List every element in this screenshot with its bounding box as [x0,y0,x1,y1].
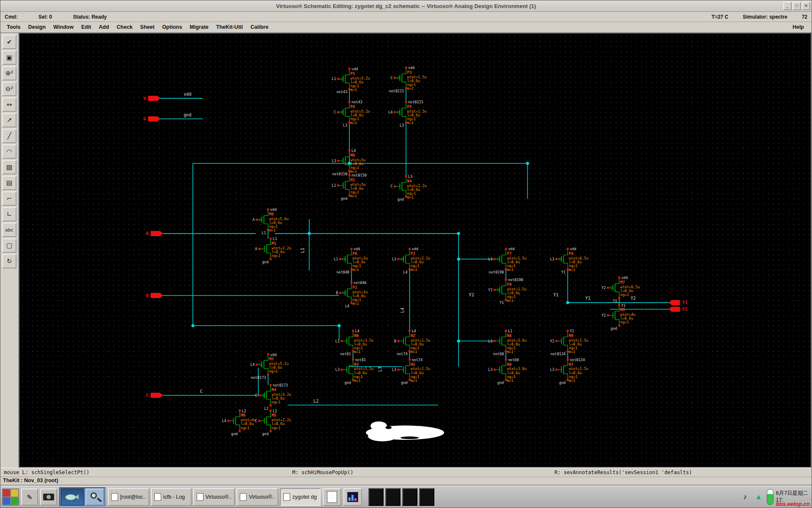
plot-button[interactable]: ▤ [2,176,16,190]
menu-design[interactable]: Design [24,23,49,31]
mos-drain-pin[interactable] [348,149,351,152]
iconified-window-chart[interactable] [343,488,362,506]
save-button[interactable]: ▣ [2,50,16,65]
mos-source-pin[interactable] [618,297,620,299]
schematic-svg[interactable]: vddP5wtot=5.2ul=0.6ung=1m=1L1net43vddP3w… [20,34,811,467]
mos-drain-pin[interactable] [405,175,407,177]
task-button[interactable]: Virtuoso®.. [193,488,235,506]
mos-gate-pin[interactable] [494,258,496,260]
menu-window[interactable]: Window [49,23,77,31]
mos-drain-pin[interactable] [567,359,569,361]
magnifier-button[interactable] [85,489,104,505]
mos-gate-pin[interactable] [397,340,399,342]
maximize-button[interactable]: □ [793,2,801,10]
menu-options[interactable]: Options [158,23,186,31]
mos-gate-pin[interactable] [494,340,496,342]
menu-help[interactable]: Help [787,23,809,31]
mos-gate-pin[interactable] [256,219,258,221]
port-symbol-b[interactable] [151,293,163,298]
mos-gate-pin[interactable] [256,364,258,366]
mos-drain-pin[interactable] [505,248,507,250]
mos-drain-pin[interactable] [239,410,241,412]
menu-calibre[interactable]: Calibre [247,23,272,31]
minimized-window-button[interactable] [402,488,417,506]
zoom-in-2x-button[interactable]: ⊕² [2,66,16,80]
workspace-pager-icon[interactable] [2,489,19,505]
workspace-3[interactable] [3,497,11,505]
mos-gate-pin[interactable] [555,340,557,342]
mos-gate-pin[interactable] [258,394,261,396]
mos-gate-pin[interactable] [340,340,343,342]
mos-gate-pin[interactable] [394,185,396,188]
mos-gate-pin[interactable] [555,258,557,260]
mos-drain-pin[interactable] [409,359,411,361]
menu-migrate[interactable]: Migrate [186,23,212,31]
stretch-button[interactable]: ↔ [2,97,16,112]
mos-gate-pin[interactable] [607,287,609,289]
mos-drain-pin[interactable] [267,208,269,210]
mos-gate-pin[interactable] [555,369,557,371]
mos-drain-pin[interactable] [352,330,354,332]
schematic-canvas[interactable]: vddP5wtot=5.2ul=0.6ung=1m=1L1net43vddP3w… [19,33,812,468]
label-button[interactable]: abc [2,223,16,237]
bird-icon[interactable]: ▲ [753,491,764,503]
menu-thekit-util[interactable]: TheKit-Util [212,23,247,31]
task-button[interactable]: Virtuoso®.. [236,488,278,506]
camera-icon[interactable] [40,489,57,505]
mos-drain-pin[interactable] [348,68,351,70]
workspace-4[interactable] [11,497,19,505]
sound-icon[interactable]: ♪ [740,491,751,503]
port-symbol-c[interactable] [151,393,163,398]
mos-gate-pin[interactable] [394,77,396,79]
mos-drain-pin[interactable] [567,248,569,250]
mos-drain-pin[interactable] [409,330,411,332]
workspace-2[interactable] [11,489,19,497]
mos-gate-pin[interactable] [258,420,261,422]
workspace-1[interactable] [3,489,11,497]
menu-edit[interactable]: Edit [77,23,95,31]
task-button[interactable]: [root@loc.. [108,488,149,506]
menu-tools[interactable]: Tools [3,23,24,31]
route-bend-right-button[interactable]: ∟ [2,207,16,221]
mos-drain-pin[interactable] [267,353,269,356]
port-symbol-v[interactable] [148,96,160,101]
mos-drain-pin[interactable] [618,276,620,279]
mos-drain-pin[interactable] [409,248,411,250]
mos-gate-pin[interactable] [339,292,341,294]
title-bar[interactable]: Virtuoso® Schematic Editing: zygotet dg_… [0,0,812,12]
mos-gate-pin[interactable] [337,160,339,162]
minimized-window-button[interactable] [385,488,401,506]
mos-drain-pin[interactable] [618,304,620,306]
arc-button[interactable]: ◠ [2,144,16,159]
minimized-window-button[interactable] [368,488,384,506]
task-button[interactable]: icfb - Log [151,488,192,506]
mos-drain-pin[interactable] [269,384,272,386]
paint-icon[interactable]: ✎ [21,489,38,505]
battery-capsule-icon[interactable] [767,489,774,505]
mos-gate-pin[interactable] [607,315,609,317]
mos-drain-pin[interactable] [348,101,351,103]
mos-drain-pin[interactable] [405,66,407,69]
fill-pattern-button[interactable]: ▨ [2,160,16,174]
mos-gate-pin[interactable] [340,369,343,371]
mos-gate-pin[interactable] [337,111,339,113]
task-button[interactable]: zygotet dg [280,488,321,506]
mos-gate-pin[interactable] [394,111,396,113]
fishtank-applet[interactable] [61,489,84,505]
mos-source-pin[interactable] [269,404,272,406]
wire-narrow-button[interactable]: ╱ [2,129,16,143]
mos-gate-pin[interactable] [494,289,496,291]
mos-drain-pin[interactable] [405,101,407,103]
mos-drain-pin[interactable] [505,279,507,281]
route-bend-left-button[interactable]: ⌐ [2,191,16,206]
mos-drain-pin[interactable] [352,359,354,361]
mos-drain-pin[interactable] [351,282,353,284]
mos-source-pin[interactable] [269,258,272,260]
mos-source-pin[interactable] [618,325,620,327]
mos-source-pin[interactable] [239,430,241,432]
mos-gate-pin[interactable] [337,185,339,187]
mos-drain-pin[interactable] [505,330,507,332]
port-symbol-y1[interactable] [669,300,680,305]
check-and-save-button[interactable]: ✔ [2,35,16,49]
copy-button[interactable]: ↗ [2,113,16,127]
